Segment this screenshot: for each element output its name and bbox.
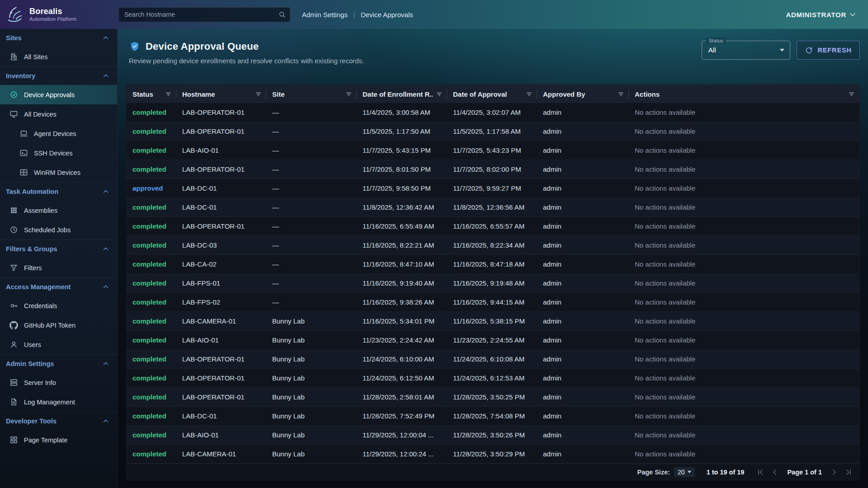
cell-approved-by: admin — [537, 146, 629, 154]
filter-list-icon[interactable] — [255, 90, 262, 98]
column-header-actions[interactable]: Actions — [629, 85, 859, 103]
refresh-button[interactable]: REFRESH — [797, 41, 860, 60]
sidebar-item-device-approvals[interactable]: Device Approvals — [0, 85, 117, 104]
table-row[interactable]: completed LAB-FPS-02 — 11/16/2025, 9:38:… — [127, 293, 859, 312]
cell-status: completed — [127, 336, 176, 344]
sidebar-section-header-sites[interactable]: Sites — [0, 29, 117, 47]
cell-approved-by: admin — [537, 450, 629, 458]
cell-approved-by: admin — [537, 203, 629, 211]
sidebar-section-developer-tools: Developer Tools Page Template — [0, 412, 117, 450]
cell-approval-date: 11/23/2025, 2:24:55 AM — [447, 336, 537, 344]
column-header-approved-by[interactable]: Approved By — [537, 85, 629, 103]
sidebar-item-credentials[interactable]: Credentials — [0, 296, 117, 315]
filter-list-icon[interactable] — [617, 90, 625, 98]
sidebar-item-filters[interactable]: Filters — [0, 258, 117, 277]
sidebar-item-scheduled-jobs[interactable]: Scheduled Jobs — [0, 220, 117, 239]
status-filter-label: Status — [706, 38, 726, 44]
table-row[interactable]: completed LAB-CAMERA-01 Bunny Lab 11/16/… — [127, 312, 859, 331]
sidebar-section-header-admin-settings[interactable]: Admin Settings — [0, 355, 117, 373]
header-actions: Status All REFRESH — [702, 41, 860, 60]
table-row[interactable]: completed LAB-AIO-01 Bunny Lab 11/29/202… — [127, 426, 859, 445]
cell-actions: No actions available — [629, 108, 859, 116]
title-row: Device Approval Queue — [129, 41, 364, 52]
cell-enrollment-date: 11/16/2025, 5:34:01 PM — [357, 317, 447, 325]
column-header-date-of-approval[interactable]: Date of Approval — [447, 85, 537, 103]
first-page-icon[interactable] — [756, 468, 765, 477]
status-filter-select[interactable]: Status All — [702, 41, 790, 60]
chevron-left-icon[interactable] — [770, 468, 779, 477]
table-row[interactable]: completed LAB-OPERATOR-01 Bunny Lab 11/2… — [127, 369, 859, 388]
table-row[interactable]: completed LAB-OPERATOR-01 Bunny Lab 11/2… — [127, 350, 859, 369]
sidebar-item-all-devices[interactable]: All Devices — [0, 104, 117, 124]
sidebar-section-header-access-management[interactable]: Access Management — [0, 278, 117, 296]
cell-actions: No actions available — [629, 317, 859, 325]
topnav-link-admin-settings[interactable]: Admin Settings — [302, 11, 348, 19]
search-input[interactable] — [118, 7, 290, 22]
cell-actions: No actions available — [629, 412, 859, 420]
filter-list-icon[interactable] — [435, 90, 443, 98]
cell-actions: No actions available — [629, 279, 859, 287]
table-row[interactable]: completed LAB-OPERATOR-01 — 11/16/2025, … — [127, 217, 859, 236]
cell-approval-date: 11/24/2025, 6:10:08 AM — [447, 355, 537, 363]
table-row[interactable]: completed LAB-AIO-01 Bunny Lab 11/23/202… — [127, 331, 859, 350]
chevron-right-icon[interactable] — [830, 468, 839, 477]
filter-list-icon[interactable] — [525, 90, 533, 98]
cell-approved-by: admin — [537, 241, 629, 249]
approval-table: Status Hostname Site Date of Enrollment … — [126, 84, 860, 480]
sidebar-item-label: Users — [24, 341, 41, 348]
sidebar-item-page-template[interactable]: Page Template — [0, 430, 117, 450]
cell-enrollment-date: 11/8/2025, 12:36:42 AM — [357, 203, 447, 211]
table-row[interactable]: completed LAB-OPERATOR-01 — 11/7/2025, 8… — [127, 160, 859, 179]
sidebar-item-agent-devices[interactable]: Agent Devices — [0, 124, 117, 143]
table-row[interactable]: approved LAB-DC-01 — 11/7/2025, 9:58:50 … — [127, 179, 859, 198]
filter-icon — [9, 263, 18, 272]
table-row[interactable]: completed LAB-DC-01 Bunny Lab 11/28/2025… — [127, 407, 859, 426]
table-row[interactable]: completed LAB-FPS-01 — 11/16/2025, 9:19:… — [127, 274, 859, 293]
table-row[interactable]: completed LAB-CAMERA-01 Bunny Lab 11/29/… — [127, 445, 859, 464]
user-menu[interactable]: ADMINISTRATOR — [786, 10, 857, 19]
cell-enrollment-date: 11/23/2025, 2:24:42 AM — [357, 336, 447, 344]
devices-icon — [9, 110, 18, 118]
table-row[interactable]: completed LAB-DC-03 — 11/16/2025, 8:22:2… — [127, 236, 859, 255]
sidebar-section-header-inventory[interactable]: Inventory — [0, 67, 117, 85]
cell-actions: No actions available — [629, 298, 859, 306]
sidebar-section-header-filters-groups[interactable]: Filters & Groups — [0, 240, 117, 258]
filter-list-icon[interactable] — [345, 90, 353, 98]
cell-status: completed — [127, 317, 176, 325]
sidebar-item-github-api-token[interactable]: GitHub API Token — [0, 315, 117, 335]
cell-status: completed — [127, 222, 176, 230]
table-row[interactable]: completed LAB-OPERATOR-01 — 11/4/2025, 3… — [127, 103, 859, 122]
borealis-logo-icon — [5, 4, 25, 25]
filter-list-icon[interactable] — [848, 90, 855, 98]
sidebar-section-header-task-automation[interactable]: Task Automation — [0, 183, 117, 201]
column-header-site[interactable]: Site — [266, 85, 357, 103]
page-size-select[interactable]: 20 — [674, 467, 695, 477]
column-header-hostname[interactable]: Hostname — [176, 85, 266, 103]
cell-status: completed — [127, 260, 176, 268]
table-row[interactable]: completed LAB-OPERATOR-01 — 11/5/2025, 1… — [127, 122, 859, 141]
sidebar-section-header-developer-tools[interactable]: Developer Tools — [0, 412, 117, 430]
column-header-date-of-enrollment-r[interactable]: Date of Enrollment R... — [357, 85, 447, 103]
cell-actions: No actions available — [629, 127, 859, 135]
sidebar-item-ssh-devices[interactable]: SSH Devices — [0, 143, 117, 163]
table-row[interactable]: completed LAB-CA-02 — 11/16/2025, 8:47:1… — [127, 255, 859, 274]
sidebar-item-log-management[interactable]: Log Management — [0, 392, 117, 412]
sidebar-item-all-sites[interactable]: All Sites — [0, 47, 117, 66]
sidebar-item-label: All Sites — [24, 53, 47, 61]
column-header-status[interactable]: Status — [127, 85, 176, 103]
sidebar-item-server-info[interactable]: Server Info — [0, 373, 117, 392]
cell-site: — — [266, 222, 357, 230]
sidebar-item-winrm-devices[interactable]: WinRM Devices — [0, 163, 117, 182]
filter-list-icon[interactable] — [165, 90, 172, 98]
table-row[interactable]: completed LAB-AIO-01 — 11/7/2025, 5:43:1… — [127, 141, 859, 160]
table-row[interactable]: completed LAB-OPERATOR-01 Bunny Lab 11/2… — [127, 388, 859, 407]
sidebar-item-users[interactable]: Users — [0, 335, 117, 354]
sidebar-item-assemblies[interactable]: Assemblies — [0, 201, 117, 220]
column-label: Date of Approval — [453, 90, 507, 98]
topnav-link-device-approvals[interactable]: Device Approvals — [361, 11, 413, 19]
page-size-control: Page Size: 20 — [637, 467, 695, 477]
cell-actions: No actions available — [629, 393, 859, 401]
table-row[interactable]: completed LAB-DC-01 — 11/8/2025, 12:36:4… — [127, 198, 859, 217]
last-page-icon[interactable] — [844, 468, 853, 477]
cell-status: completed — [127, 279, 176, 287]
